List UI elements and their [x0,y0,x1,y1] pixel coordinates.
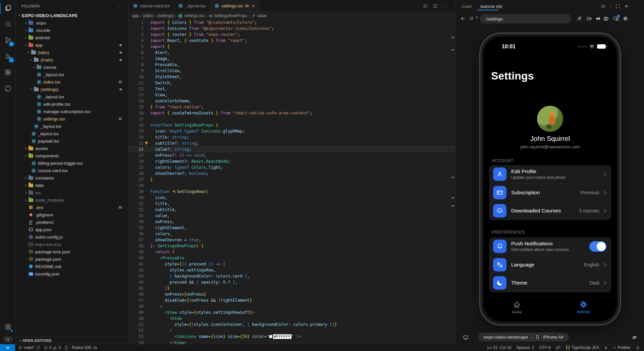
breadcrumb-segment[interactable]: app [132,13,139,18]
editor-tab-course-card-tsx[interactable]: course-card.tsx [129,0,174,12]
tree-item[interactable]: ›node_modules [16,196,128,204]
accounts-icon[interactable] [0,319,16,335]
tree-item[interactable]: paywall.tsx [16,137,128,145]
explorer-more-actions-icon[interactable]: ··· [117,4,122,8]
tree-item[interactable]: .envM [16,204,128,211]
tree-item[interactable]: _layout.tsx [16,122,128,130]
tree-item[interactable]: ›(main) [16,56,128,63]
settings-row-downloaded-courses[interactable]: Downloaded Courses3 courses [489,202,611,220]
tree-item[interactable]: course-card.tsx [16,167,128,174]
power-icon[interactable] [601,4,606,9]
replay-icon[interactable] [595,16,601,21]
profile-badge[interactable]: DE [4,337,12,342]
panel-settings-gear-icon[interactable] [623,16,628,21]
tree-item[interactable]: _layout.tsx [16,71,128,78]
tree-item[interactable]: ›data [16,182,128,189]
code-editor[interactable]: 1import { Colors } from "@/constants/Col… [129,19,455,344]
tree-item[interactable]: edit-profile.tsx [16,100,128,108]
tree-item[interactable]: ›app [16,41,128,49]
profile-avatar[interactable] [537,106,563,132]
compare-icon[interactable] [423,3,428,8]
back-icon[interactable] [460,16,466,21]
indentation[interactable]: Spaces: 2 [516,345,534,350]
git-branch-status[interactable]: main* [18,345,40,350]
tree-item[interactable]: .prettierrc [16,218,128,226]
remote-indicator[interactable]: >< [0,344,15,351]
close-tab-icon[interactable]: × [252,3,255,9]
tree-item[interactable]: settings.tsxM [16,115,128,122]
tab-radon-ide[interactable]: RADON IDE [481,4,503,9]
tree-item[interactable]: JSpackage-lock.json [16,248,128,255]
tree-item[interactable]: manage-subscription.tsx [16,108,128,115]
settings-row-theme[interactable]: ThemeDark [489,274,611,292]
tree-item[interactable]: JSpackage.json [16,255,128,263]
toggle-switch-on[interactable] [589,241,606,252]
ios-tab-home[interactable]: Home [484,297,550,321]
problems-status[interactable]: 00 [44,345,61,350]
radon-ide-status[interactable]: Radon IDE [72,345,97,350]
tree-item[interactable]: ›(settings) [16,86,128,93]
activity-run-and-debug-icon[interactable]: 1 [0,48,16,64]
screenshot-camera-icon[interactable] [603,16,609,21]
device-selector[interactable]: expo-video-landscape › iPhone Air [478,333,569,342]
eol[interactable]: LF [556,345,560,350]
breadcrumb-segment[interactable]: settings.tsx [178,13,204,18]
editor-tab-_layout-tsx[interactable]: _layout.tsx [174,0,210,12]
tab-chat[interactable]: CHAT [462,4,473,9]
breadcrumb-segment[interactable]: (settings) [157,13,174,18]
device-settings-sliders-icon[interactable] [632,335,637,340]
open-editors-section[interactable]: › OPEN EDITORS [16,337,128,344]
tree-item[interactable]: index.tsxM [16,78,128,86]
tree-item[interactable]: {}app.json [16,226,128,233]
activity-github-icon[interactable] [0,81,16,97]
tree-item[interactable]: TSexpo-env.d.ts [16,241,128,248]
cursor-position[interactable]: Ln 22, Col 18 [487,345,511,350]
tree-item[interactable]: .gitignore [16,211,128,218]
tree-item[interactable]: _layout.tsx [16,93,128,100]
tree-item[interactable]: iREADME.md [16,263,128,270]
breadcrumb-segment[interactable]: (tabs) [143,13,153,18]
tree-item[interactable]: ›android [16,34,128,41]
language-mode[interactable]: {}TypeScript JSX [566,345,599,350]
close-icon[interactable]: × [625,4,628,9]
tree-item[interactable]: ›.vscode [16,27,128,34]
ios-tab-settings[interactable]: Settings [550,297,616,321]
lightbulb-icon[interactable] [144,141,149,145]
screen-recording-icon[interactable] [586,16,592,21]
more-icon[interactable]: ··· [442,3,448,8]
breadcrumb-segment[interactable]: SettingsRowProps [208,13,247,18]
settings-row-push-notifications[interactable]: Push NotificationsGet notified about new… [489,237,611,256]
notifications[interactable] [636,346,640,350]
breadcrumb-segment[interactable]: value [251,13,267,18]
reload-dropdown-caret-icon[interactable]: ▼ [475,16,478,19]
tree-item[interactable]: ›.expo [16,19,128,27]
activity-source-control-icon[interactable]: 3 [0,32,16,48]
tree-item[interactable]: ›components [16,152,128,159]
settings-row-subscription[interactable]: SubscriptionPremium [489,184,611,202]
split-editor-icon[interactable] [433,3,438,8]
radon-tool-status[interactable] [64,346,68,350]
tools-icon[interactable] [576,16,582,21]
tree-item[interactable]: _layout.tsx [16,130,128,137]
reload-icon[interactable] [469,16,474,21]
iphone-screen[interactable]: 10:01 Settings John Squirrel john.squirr… [484,37,616,321]
tree-item[interactable]: billing-period-toggle.tsx [16,159,128,167]
tree-item[interactable]: TStsconfig.json [16,270,128,278]
route-url-input[interactable]: /settings [480,14,571,23]
tree-item[interactable]: ›constants [16,174,128,182]
activity-extensions-icon[interactable] [0,64,16,81]
quick-action[interactable] [604,346,608,350]
tree-item[interactable]: ›course [16,63,128,71]
activity-search-icon[interactable] [0,16,16,32]
formatter[interactable]: ✓Prettier [613,345,631,350]
manage-devices-icon[interactable] [613,16,619,21]
settings-row-edit-profile[interactable]: Edit ProfileUpdate your name and photo [489,165,611,184]
tree-item[interactable]: ›(tabs) [16,49,128,56]
tree-item[interactable]: ›assets [16,145,128,152]
root-folder-row[interactable]: › EXPO-VIDEO-LANDSCAPE [16,12,128,19]
settings-row-language[interactable]: LanguageEnglish [489,256,611,274]
tree-item[interactable]: eslint.config.js [16,233,128,241]
editor-tab-settings-tsx[interactable]: settings.tsxM× [210,0,259,12]
tree-item[interactable]: ›ios [16,189,128,196]
fullscreen-icon[interactable] [615,4,620,9]
